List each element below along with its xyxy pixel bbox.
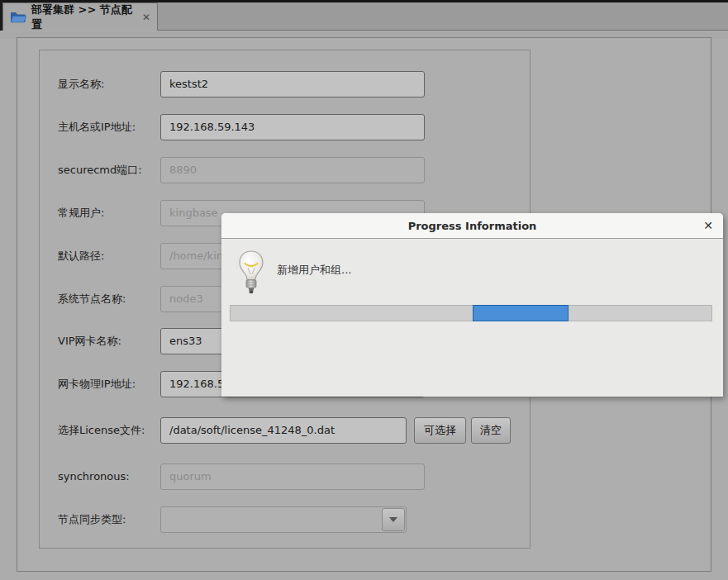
form-row: 显示名称: kestst2 [40,71,530,97]
tab-label: 部署集群 >> 节点配置 [31,2,136,32]
form-row: 选择License文件: /data/soft/license_41248_0.… [40,417,530,444]
form-row: synchronous: quorum [40,464,530,490]
chevron-down-icon [389,517,397,522]
display-name-label: 显示名称: [58,71,104,97]
progress-dialog-titlebar[interactable]: Progress Information ✕ [221,213,723,239]
form-row: securecmd端口: 8890 [40,157,530,183]
tab-close-icon[interactable]: ✕ [142,12,150,23]
lightbulb-icon [236,250,266,299]
synchronous-label: synchronous: [58,464,130,490]
progress-message: 新增用户和组... [277,263,351,278]
license-file-input[interactable]: /data/soft/license_41248_0.dat [160,417,407,444]
node-sync-type-label: 节点同步类型: [58,506,126,533]
form-row: 主机名或IP地址: 192.168.59.143 [40,114,530,140]
dialog-close-icon[interactable]: ✕ [703,213,713,239]
progress-dialog-title: Progress Information [221,213,723,239]
license-select-button[interactable]: 可选择 [414,417,466,444]
combobox-dropdown-button[interactable] [382,508,405,531]
tab-node-config[interactable]: 部署集群 >> 节点配置 ✕ [2,2,158,31]
securecmd-port-label: securecmd端口: [58,157,142,183]
securecmd-port-input: 8890 [160,157,425,183]
synchronous-input: quorum [160,464,425,490]
nic-physical-ip-label: 网卡物理IP地址: [58,371,136,397]
progress-fill [473,305,569,321]
form-row: 节点同步类型: [40,506,530,533]
regular-user-label: 常规用户: [58,200,104,226]
editor-tab-bar: 部署集群 >> 节点配置 ✕ [0,2,728,31]
folder-icon [10,11,26,24]
vip-nic-name-label: VIP网卡名称: [58,328,121,354]
system-node-name-label: 系统节点名称: [58,286,126,312]
host-ip-input[interactable]: 192.168.59.143 [160,114,425,140]
node-sync-type-combobox [160,506,407,533]
progress-dialog-body: 新增用户和组... [221,239,723,397]
progress-dialog: Progress Information ✕ [221,213,723,397]
license-clear-button[interactable]: 清空 [471,417,511,444]
progress-bar-track [230,305,712,321]
license-file-label: 选择License文件: [58,417,145,444]
default-path-label: 默认路径: [58,243,104,269]
window-left-edge [0,0,2,31]
host-ip-label: 主机名或IP地址: [58,114,136,140]
display-name-input[interactable]: kestst2 [160,71,425,97]
